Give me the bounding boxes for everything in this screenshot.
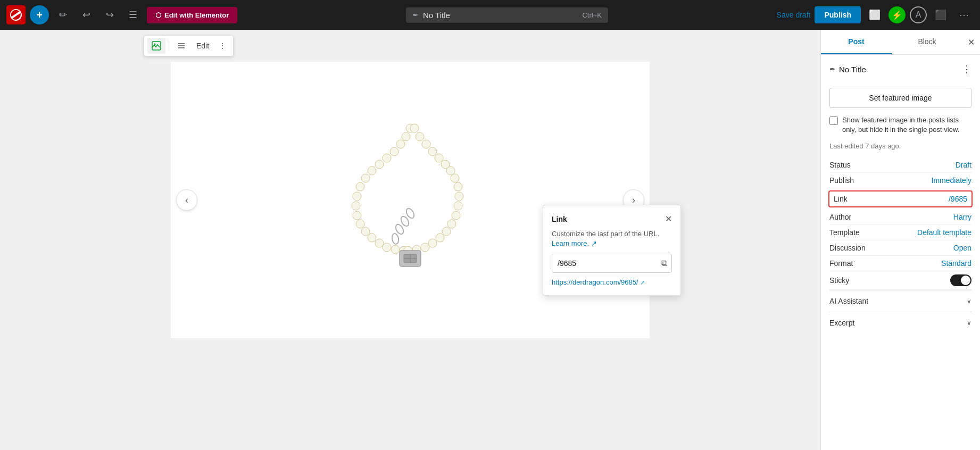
link-label: Link	[834, 195, 848, 203]
more-tools-button[interactable]: ⋯	[954, 5, 974, 24]
svg-point-20	[375, 239, 384, 247]
sidebar-close-button[interactable]: ✕	[962, 32, 980, 53]
svg-point-18	[361, 227, 370, 236]
link-popup-close-button[interactable]: ✕	[665, 214, 672, 224]
tab-post[interactable]: Post	[821, 30, 892, 54]
svg-point-30	[446, 166, 455, 175]
ai-assistant-label: AI Assistant	[829, 297, 868, 305]
copy-link-button[interactable]: ⧉	[657, 254, 671, 272]
post-title-input[interactable]	[423, 11, 578, 20]
author-row: Author Harry	[829, 210, 971, 225]
link-popup-description: Customize the last part of the URL. Lear…	[552, 229, 672, 248]
redo-button[interactable]: ↪	[100, 5, 119, 24]
svg-point-21	[383, 243, 391, 252]
list-view-tool-button[interactable]	[172, 38, 190, 54]
svg-point-40	[421, 243, 429, 252]
external-link-icon: ↗	[640, 279, 645, 286]
sidebar-header: Post Block ✕	[821, 30, 980, 55]
link-popup-header: Link ✕	[552, 214, 672, 224]
svg-point-7	[396, 140, 405, 148]
more-icon: ⋮	[219, 41, 226, 50]
full-url-link[interactable]: https://derdragon.com/9685/ ↗	[552, 278, 645, 286]
pen-tool-button[interactable]: ✏	[53, 5, 72, 24]
svg-point-46	[391, 233, 399, 245]
svg-point-37	[442, 227, 451, 236]
svg-point-32	[454, 182, 462, 191]
save-draft-button[interactable]: Save draft	[777, 11, 811, 19]
ai-assistant-section[interactable]: AI Assistant ∨	[829, 290, 971, 312]
link-value[interactable]: /9685	[949, 195, 967, 203]
link-input-row: ⧉	[552, 254, 672, 273]
sticky-toggle-wrap	[950, 274, 971, 286]
settings-button[interactable]: ⬛	[931, 5, 950, 24]
excerpt-section[interactable]: Excerpt ∨	[829, 312, 971, 334]
edit-label: Edit	[196, 41, 209, 50]
author-value[interactable]: Harry	[953, 213, 971, 221]
edit-with-elementor-button[interactable]: ⬡ Edit with Elementor	[147, 7, 237, 23]
link-popup: Link ✕ Customize the last part of the UR…	[543, 205, 681, 296]
prev-image-button[interactable]: ‹	[176, 189, 197, 211]
post-title-section: ✒ No Title	[829, 65, 866, 74]
format-label: Format	[829, 259, 853, 268]
svg-point-11	[368, 166, 376, 175]
preview-button[interactable]: ⬜	[865, 5, 884, 24]
template-value[interactable]: Default template	[917, 228, 971, 237]
image-block: ‹	[171, 62, 650, 338]
list-view-button[interactable]: ☰	[123, 5, 143, 24]
svg-point-33	[455, 192, 463, 201]
svg-point-36	[447, 220, 456, 228]
svg-point-10	[375, 160, 384, 169]
more-options-button[interactable]: ⋮	[215, 39, 230, 53]
learn-more-link[interactable]: Learn more. ↗	[552, 239, 597, 247]
top-toolbar: + ✏ ↩ ↪ ☰ ⬡ Edit with Elementor ✒ Ctrl+K…	[0, 0, 980, 30]
post-title-row: ✒ No Title ⋮	[829, 63, 971, 80]
user-avatar[interactable]: A	[910, 6, 927, 23]
chevron-down-icon-excerpt: ∨	[967, 319, 971, 327]
discussion-row: Discussion Open	[829, 240, 971, 256]
status-value[interactable]: Draft	[956, 161, 971, 169]
svg-point-16	[353, 211, 361, 220]
svg-point-6	[402, 132, 410, 141]
toolbar-right: Save draft Publish ⬜ ⚡ A ⬛ ⋯	[777, 5, 974, 24]
link-input-field[interactable]	[552, 255, 657, 272]
svg-point-17	[356, 220, 364, 228]
green-bolt-icon: ⚡	[888, 6, 906, 23]
publish-value[interactable]: Immediately	[932, 176, 971, 185]
status-label: Status	[829, 161, 851, 169]
main-area: Edit ⋮ ‹	[0, 30, 980, 450]
tab-block[interactable]: Block	[892, 30, 962, 54]
featured-image-checkbox[interactable]	[829, 116, 838, 125]
svg-point-13	[356, 182, 364, 191]
image-icon	[151, 40, 162, 51]
keyboard-shortcut: Ctrl+K	[582, 11, 601, 19]
edit-button[interactable]: Edit	[193, 39, 213, 53]
svg-point-26	[422, 140, 430, 148]
svg-point-51	[407, 125, 410, 128]
svg-point-31	[451, 174, 459, 182]
set-featured-image-button[interactable]: Set featured image	[829, 88, 971, 108]
toolbar-divider	[169, 40, 169, 51]
publish-row: Publish Immediately	[829, 173, 971, 188]
discussion-value[interactable]: Open	[953, 244, 971, 252]
svg-point-34	[454, 202, 462, 210]
title-area: ✒ Ctrl+K	[242, 7, 772, 23]
svg-point-19	[368, 234, 376, 242]
block-toolbar: Edit ⋮	[144, 35, 234, 56]
title-input-wrap: ✒ Ctrl+K	[406, 7, 608, 23]
svg-point-8	[390, 147, 398, 156]
svg-point-25	[416, 132, 424, 141]
svg-point-35	[452, 211, 460, 220]
svg-point-38	[436, 234, 444, 242]
undo-button[interactable]: ↩	[77, 5, 96, 24]
publish-button[interactable]: Publish	[815, 6, 861, 23]
necklace-image	[336, 107, 485, 293]
post-title-more-button[interactable]: ⋮	[962, 63, 971, 75]
sticky-toggle[interactable]	[950, 274, 971, 286]
image-block-button[interactable]	[147, 38, 165, 54]
add-block-button[interactable]: +	[30, 5, 49, 24]
svg-point-12	[361, 174, 370, 182]
svg-point-28	[435, 154, 443, 162]
format-value[interactable]: Standard	[941, 259, 971, 268]
elementor-icon: ⬡	[155, 11, 161, 19]
format-row: Format Standard	[829, 256, 971, 271]
